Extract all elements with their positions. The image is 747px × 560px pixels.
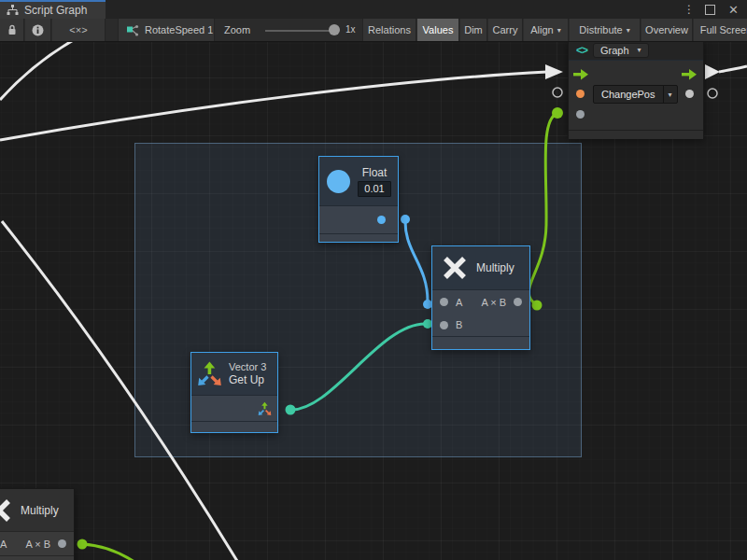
multiply-output-label: A × B	[481, 297, 506, 308]
fullscreen-button[interactable]: Full Screen	[694, 19, 747, 41]
graph-node-body: ChangePos ▾	[569, 60, 703, 130]
vector3-node-footer	[191, 421, 277, 430]
vector3-node-title: Get Up	[229, 373, 266, 386]
window-menu-button[interactable]: ⋮	[684, 0, 695, 19]
script-graph-icon	[7, 5, 19, 16]
wire-endpoint-dot	[78, 539, 88, 550]
multiply-node-header: Multiply	[432, 246, 529, 289]
graph-reference-button[interactable]: RotateSpeed 1	[118, 19, 215, 41]
align-label: Align	[530, 24, 553, 35]
changepos-dropdown[interactable]: ChangePos ▾	[593, 85, 678, 104]
vector3-node-body	[191, 395, 277, 421]
wire-getup-to-multiply-b[interactable]	[290, 324, 425, 410]
fullscreen-label: Full Screen	[700, 24, 747, 35]
wire-endpoint-dot	[286, 405, 296, 415]
distribute-label: Distribute	[579, 24, 622, 35]
multiply2-input-a-label: A	[0, 539, 7, 550]
zoom-slider-track[interactable]	[265, 30, 334, 32]
wire-arrow-icon	[705, 64, 720, 79]
overview-label: Overview	[645, 24, 688, 35]
multiply2-node-footer	[0, 555, 74, 560]
multiply-icon	[0, 497, 12, 524]
zoom-value: 1x	[345, 24, 356, 35]
graph-reference-label: RotateSpeed 1	[145, 24, 213, 35]
multiply2-node-title: Multiply	[21, 504, 59, 517]
relations-button[interactable]: Relations	[362, 19, 416, 41]
multiply-input-b-label: B	[456, 319, 462, 330]
graph-dropdown[interactable]: Graph ▾	[593, 43, 649, 58]
info-button[interactable]	[25, 19, 51, 41]
float-node-title: Float	[362, 166, 388, 179]
close-button[interactable]: ✕	[728, 0, 739, 19]
node-multiply[interactable]: Multiply A A × B B	[431, 245, 530, 350]
wire-endpoint-circle	[553, 88, 562, 97]
code-view-button[interactable]: <×>	[52, 19, 106, 41]
multiply-input-b-port[interactable]	[440, 321, 448, 329]
align-button[interactable]: Align ▾	[524, 19, 569, 41]
tab-title: Script Graph	[24, 4, 87, 17]
dim-button[interactable]: Dim	[460, 19, 487, 41]
node-vector3-getup[interactable]: Vector 3 Get Up	[190, 352, 278, 433]
trigger-output-arrow-icon[interactable]	[682, 68, 697, 80]
trigger-input-arrow-icon[interactable]	[573, 68, 588, 80]
window-titlebar: Script Graph ⋮ ✕	[0, 0, 747, 19]
node-graph-changepos[interactable]: <> Graph ▾ ChangePos ▾	[568, 42, 704, 138]
wire-float-to-multiply-a[interactable]	[405, 219, 428, 301]
float-node-body	[319, 205, 398, 233]
vector3-output-port-icon[interactable]	[258, 401, 272, 416]
maximize-icon	[705, 5, 715, 15]
wire-bottom-multiply-out[interactable]	[82, 544, 134, 560]
wire-endpoint-circle	[708, 89, 717, 98]
vector3-node-header: Vector 3 Get Up	[191, 353, 277, 395]
lock-button[interactable]	[0, 19, 24, 41]
wire-white-to-graph-input[interactable]	[0, 72, 547, 140]
value-port[interactable]	[576, 110, 585, 119]
graph-node-footer	[569, 130, 703, 139]
node-multiply-partial[interactable]: Multiply A A × B	[0, 488, 75, 560]
wire-white-from-graph-output[interactable]	[719, 66, 747, 72]
zoom-control: Zoom 1x	[217, 19, 360, 41]
chevron-down-icon: ▾	[557, 26, 561, 35]
graph-canvas[interactable]: <> Graph ▾ ChangePos ▾	[0, 42, 747, 560]
values-label: Values	[423, 24, 454, 35]
wire-multiply-to-changepos[interactable]	[529, 113, 557, 305]
wire-endpoint-dot	[401, 215, 410, 224]
vector3-icon	[197, 360, 222, 387]
chevron-down-icon: ▾	[627, 26, 630, 35]
values-button[interactable]: Values	[417, 19, 459, 41]
event-output-port[interactable]	[685, 90, 694, 98]
chevron-down-icon: ▾	[663, 86, 677, 103]
close-icon: ✕	[728, 3, 739, 17]
tab-script-graph[interactable]: Script Graph	[0, 0, 106, 19]
maximize-button[interactable]	[705, 0, 715, 19]
menu-dots-icon: ⋮	[684, 3, 695, 16]
vector3-type-label: Vector 3	[229, 361, 266, 372]
multiply-node-title: Multiply	[476, 261, 514, 274]
changepos-label: ChangePos	[594, 86, 663, 103]
multiply-input-a-label: A	[456, 297, 462, 308]
multiply-node-body: A A × B B	[432, 289, 529, 336]
wire-endpoint-dot	[552, 107, 563, 119]
graph-node-header: <> Graph ▾	[569, 42, 703, 60]
multiply2-output-port[interactable]	[58, 539, 66, 548]
multiply2-node-header: Multiply	[0, 489, 74, 531]
wire-arrow-icon	[545, 64, 563, 79]
multiply2-node-body: A A × B	[0, 531, 74, 555]
float-node-header: Float 0.01	[319, 157, 398, 205]
zoom-slider-handle[interactable]	[329, 24, 340, 35]
float-value-input[interactable]: 0.01	[358, 181, 391, 197]
code-view-icon: <×>	[69, 24, 87, 35]
overview-button[interactable]: Overview	[641, 19, 693, 41]
zoom-label: Zoom	[224, 24, 250, 35]
wire-white-topleft[interactable]	[0, 42, 77, 100]
distribute-button[interactable]: Distribute ▾	[570, 19, 641, 41]
event-target-port[interactable]	[576, 90, 585, 98]
node-float[interactable]: Float 0.01	[318, 156, 399, 243]
carry-button[interactable]: Carry	[488, 19, 523, 41]
wire-endpoint-dot	[532, 301, 543, 311]
graph-reference-icon	[126, 24, 139, 36]
multiply2-output-label: A × B	[25, 539, 50, 550]
multiply-output-port[interactable]	[514, 298, 522, 306]
float-output-port[interactable]	[377, 216, 386, 224]
multiply-input-a-port[interactable]	[440, 298, 448, 306]
